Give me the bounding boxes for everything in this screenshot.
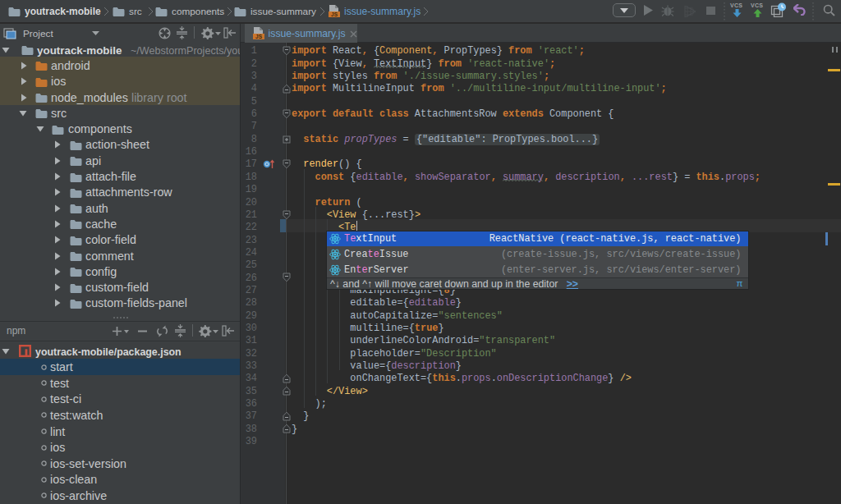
svg-text:JS: JS [255, 34, 263, 39]
svg-text:JS: JS [331, 11, 338, 17]
